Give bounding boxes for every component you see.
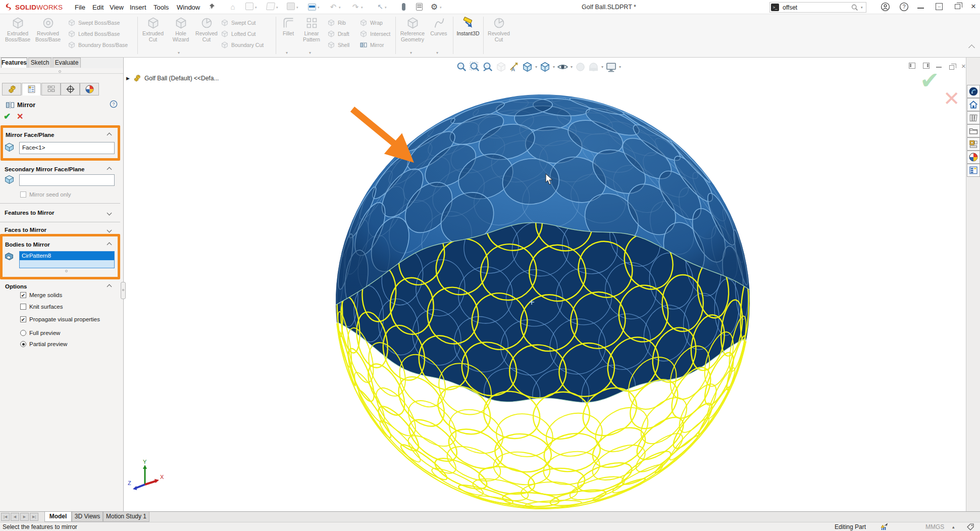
reference-geometry-button[interactable]: Reference Geometry [397,16,428,42]
collapse-options-icon[interactable] [108,284,112,288]
display-style-icon[interactable] [539,61,551,73]
lofted-cut-button[interactable]: Lofted Cut [221,29,255,38]
custom-properties-tab[interactable] [967,164,980,177]
extruded-cut-button[interactable]: Extruded Cut [140,16,166,42]
performance-icon[interactable] [880,523,888,531]
minimize-window-icon[interactable] [917,2,924,9]
home-icon[interactable]: ⌂ [229,3,237,11]
new-document-icon[interactable] [245,3,253,10]
menu-edit[interactable]: Edit [92,4,104,11]
resources-tab[interactable] [967,111,980,124]
hole-wizard-button[interactable]: Hole Wizard [168,16,194,42]
curves-button[interactable]: Curves [427,16,451,37]
options-gear-icon[interactable]: ⚙ [430,3,438,11]
select-icon[interactable]: ↖ [376,3,384,11]
next-tab-icon[interactable]: ▶ [20,513,29,521]
user-account-icon[interactable] [881,2,890,12]
extruded-boss-button[interactable]: Extruded Boss/Base [3,16,32,42]
fillet-dropdown-icon[interactable]: ▾ [286,51,288,55]
design-library-tab[interactable] [967,137,980,151]
revolved-cut-button[interactable]: Revolved Cut [194,16,219,42]
edit-appearance-icon[interactable] [575,61,586,73]
search-box[interactable]: >_ offset ▾ [769,2,866,13]
refgeom-dropdown-icon[interactable]: ▾ [410,51,412,55]
menu-file[interactable]: File [75,4,85,11]
list-resize-handle[interactable] [65,270,68,272]
tab-3d-views[interactable]: 3D Views [72,512,103,522]
home-tab[interactable] [967,98,980,111]
feature-tree-flyout[interactable]: ▶ Golf Ball (Default) <<Defa... [126,74,219,82]
revolved-boss-button[interactable]: Revolved Boss/Base [33,16,63,42]
zoom-area-icon[interactable] [469,61,481,73]
file-properties-icon[interactable] [416,3,423,11]
mirror-face-field[interactable]: Face<1> [19,142,115,154]
expand-features-icon[interactable] [108,210,112,214]
first-tab-icon[interactable]: |◀ [1,513,10,521]
previous-view-icon[interactable] [482,61,494,73]
menu-window[interactable]: Window [177,4,200,11]
hide-show-items-icon[interactable] [557,61,569,73]
draft-button[interactable]: Draft [327,29,349,38]
fillet-button[interactable]: Fillet [278,16,299,37]
dock-left-icon[interactable] [909,63,915,69]
print-icon[interactable] [308,4,316,11]
status-units[interactable]: MMGS [925,523,944,530]
boundary-cut-button[interactable]: Boundary Cut [221,40,264,50]
partial-preview-radio[interactable] [20,341,26,347]
curves-dropdown-icon[interactable]: ▾ [436,51,438,55]
tab-evaluate[interactable]: Evaluate [53,58,81,68]
apply-scene-icon[interactable] [588,61,599,73]
tab-features[interactable]: Features [1,58,27,68]
prev-tab-icon[interactable]: ◀ [11,513,19,521]
close-doc-icon[interactable]: × [961,62,966,70]
collapse-ribbon-icon[interactable] [968,44,975,51]
wrap-button[interactable]: Wrap [359,18,383,27]
save-icon[interactable] [287,3,295,10]
redo-icon[interactable]: ↷ [351,3,359,11]
mirror-button[interactable]: Mirror [359,40,384,50]
annotations-icon[interactable]: A [508,61,520,73]
expand-faces-icon[interactable] [108,227,112,231]
file-explorer-tab[interactable] [967,124,980,137]
collapse-secondary-icon[interactable] [108,167,112,171]
merge-solids-checkbox[interactable]: ✔ [20,292,26,298]
swept-cut-button[interactable]: Swept Cut [221,18,255,27]
displaymanager-tab[interactable] [80,83,99,95]
mirror-seed-checkbox[interactable] [20,191,26,198]
flyout-part-name[interactable]: Golf Ball (Default) <<Defa... [144,75,219,82]
linear-pattern-button[interactable]: Linear Pattern [298,16,325,42]
section-features-to-mirror[interactable]: Features to Mirror [5,210,54,216]
confirm-cancel-icon[interactable]: ✕ [943,87,960,110]
pm-ok-button[interactable]: ✔ [4,111,11,122]
section-mirror-face[interactable]: Mirror Face/Plane [6,132,55,138]
propagate-checkbox[interactable]: ✔ [20,316,26,322]
units-dropdown-icon[interactable]: ▴ [952,524,955,529]
zoom-fit-icon[interactable] [456,61,468,73]
window-layout-icon[interactable]: ↔ [936,3,943,10]
hole-wizard-dropdown-icon[interactable]: ▾ [178,51,180,55]
instant3d-button[interactable]: Instant3D [454,16,482,37]
pattern-dropdown-icon[interactable]: ▾ [309,51,311,55]
pm-help-icon[interactable]: ? [110,100,118,108]
menu-view[interactable]: View [110,4,124,11]
rebuild-icon[interactable] [402,3,405,11]
full-preview-radio[interactable] [20,330,26,336]
section-bodies-to-mirror[interactable]: Bodies to Mirror [5,242,50,248]
section-secondary-face[interactable]: Secondary Mirror Face/Plane [5,166,85,172]
featuremanager-tab[interactable] [2,83,21,95]
bodies-list-item[interactable]: CirPattern8 [20,252,114,260]
dimxpertmanager-tab[interactable] [61,83,80,95]
shell-button[interactable]: Shell [327,40,349,50]
search-input[interactable]: offset [783,4,797,11]
collapse-mirror-face-icon[interactable] [108,132,112,136]
appearances-tab[interactable] [967,151,980,164]
boundary-boss-button[interactable]: Boundary Boss/Base [68,40,128,50]
knit-surfaces-checkbox[interactable] [20,304,26,310]
last-tab-icon[interactable]: ▶| [30,513,38,521]
rib-button[interactable]: Rib [327,18,346,27]
view-settings-icon[interactable] [605,61,617,73]
tab-motion-study[interactable]: Motion Study 1 [103,512,149,522]
section-faces-to-mirror[interactable]: Faces to Mirror [5,227,46,233]
secondary-face-field[interactable] [19,174,115,186]
golf-ball-model[interactable]: Y X Z [124,58,966,511]
